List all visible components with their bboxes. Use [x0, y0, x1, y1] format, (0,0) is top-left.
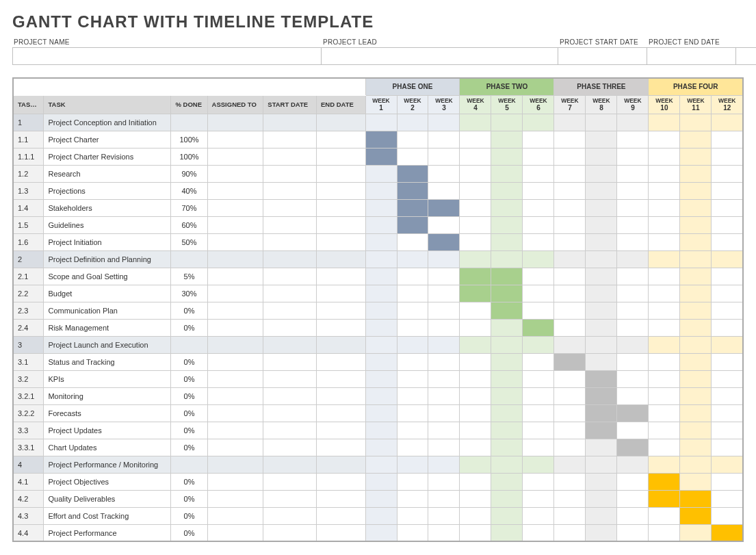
- cell-week-4[interactable]: [460, 182, 491, 199]
- cell-end-date[interactable]: [316, 524, 365, 541]
- cell-pct-done[interactable]: 100%: [171, 148, 207, 165]
- cell-week-2[interactable]: [397, 507, 428, 524]
- cell-week-11[interactable]: [680, 370, 712, 387]
- cell-week-6[interactable]: [523, 387, 554, 404]
- cell-week-8[interactable]: [586, 353, 617, 370]
- cell-assigned-to[interactable]: [207, 302, 263, 319]
- cell-task-id[interactable]: 3.2.1: [13, 387, 44, 404]
- cell-week-1[interactable]: [365, 114, 397, 131]
- cell-end-date[interactable]: [316, 114, 365, 131]
- cell-week-2[interactable]: [397, 336, 428, 353]
- cell-assigned-to[interactable]: [207, 285, 263, 302]
- cell-week-6[interactable]: [523, 353, 554, 370]
- cell-week-4[interactable]: [460, 233, 491, 250]
- cell-task-id[interactable]: 2: [13, 250, 44, 268]
- cell-end-date[interactable]: [316, 507, 365, 524]
- cell-week-6[interactable]: [523, 422, 554, 439]
- cell-week-4[interactable]: [460, 507, 491, 524]
- table-row[interactable]: 3Project Launch and Execution: [13, 336, 743, 353]
- cell-week-5[interactable]: [491, 131, 523, 148]
- cell-task-id[interactable]: 1.1: [13, 131, 44, 148]
- cell-end-date[interactable]: [316, 165, 365, 182]
- cell-week-7[interactable]: [554, 148, 586, 165]
- today-input[interactable]: [736, 47, 756, 65]
- table-row[interactable]: 3.3Project Updates0%: [13, 422, 743, 439]
- cell-week-11[interactable]: [680, 473, 712, 490]
- cell-task-id[interactable]: 4: [13, 456, 44, 473]
- cell-week-2[interactable]: [397, 233, 428, 250]
- table-row[interactable]: 1.5Guidelines60%: [13, 216, 743, 233]
- cell-week-5[interactable]: [491, 439, 523, 456]
- cell-task[interactable]: Forecasts: [44, 404, 171, 422]
- cell-week-11[interactable]: [680, 199, 712, 216]
- cell-week-7[interactable]: [554, 370, 586, 387]
- cell-week-12[interactable]: [712, 216, 743, 233]
- cell-week-11[interactable]: [680, 285, 712, 302]
- table-row[interactable]: 4.1Project Objectives0%: [13, 473, 743, 490]
- cell-week-2[interactable]: [397, 404, 428, 422]
- cell-week-9[interactable]: [617, 165, 649, 182]
- cell-task[interactable]: Projections: [44, 182, 171, 199]
- cell-week-9[interactable]: [617, 387, 649, 404]
- cell-start-date[interactable]: [263, 387, 317, 404]
- cell-week-10[interactable]: [649, 199, 680, 216]
- cell-week-3[interactable]: [428, 404, 460, 422]
- cell-week-9[interactable]: [617, 404, 649, 422]
- cell-week-7[interactable]: [554, 524, 586, 541]
- cell-task[interactable]: Project Objectives: [44, 473, 171, 490]
- cell-week-12[interactable]: [712, 404, 743, 422]
- cell-week-10[interactable]: [649, 439, 680, 456]
- cell-task-id[interactable]: 1.1.1: [13, 148, 44, 165]
- cell-week-7[interactable]: [554, 233, 586, 250]
- table-row[interactable]: 2.4Risk Management0%: [13, 319, 743, 336]
- cell-task-id[interactable]: 1: [13, 114, 44, 131]
- cell-week-7[interactable]: [554, 199, 586, 216]
- cell-week-5[interactable]: [491, 268, 523, 285]
- cell-assigned-to[interactable]: [207, 216, 263, 233]
- cell-week-1[interactable]: [365, 131, 397, 148]
- cell-start-date[interactable]: [263, 114, 317, 131]
- cell-pct-done[interactable]: 0%: [171, 353, 207, 370]
- cell-week-11[interactable]: [680, 524, 712, 541]
- cell-week-3[interactable]: [428, 387, 460, 404]
- cell-week-11[interactable]: [680, 422, 712, 439]
- cell-assigned-to[interactable]: [207, 439, 263, 456]
- cell-assigned-to[interactable]: [207, 114, 263, 131]
- table-row[interactable]: 4.4Project Performance0%: [13, 524, 743, 541]
- cell-task[interactable]: Project Updates: [44, 422, 171, 439]
- cell-week-1[interactable]: [365, 233, 397, 250]
- cell-week-3[interactable]: [428, 319, 460, 336]
- cell-week-7[interactable]: [554, 250, 586, 268]
- cell-week-1[interactable]: [365, 285, 397, 302]
- table-row[interactable]: 1.6Project Initiation50%: [13, 233, 743, 250]
- cell-week-5[interactable]: [491, 370, 523, 387]
- cell-week-11[interactable]: [680, 404, 712, 422]
- cell-week-1[interactable]: [365, 456, 397, 473]
- cell-assigned-to[interactable]: [207, 387, 263, 404]
- cell-week-9[interactable]: [617, 507, 649, 524]
- cell-week-1[interactable]: [365, 439, 397, 456]
- cell-assigned-to[interactable]: [207, 473, 263, 490]
- cell-week-7[interactable]: [554, 182, 586, 199]
- cell-week-1[interactable]: [365, 404, 397, 422]
- cell-week-1[interactable]: [365, 353, 397, 370]
- cell-week-6[interactable]: [523, 319, 554, 336]
- cell-start-date[interactable]: [263, 250, 317, 268]
- cell-week-12[interactable]: [712, 353, 743, 370]
- cell-task-id[interactable]: 1.4: [13, 199, 44, 216]
- cell-task-id[interactable]: 3.2.2: [13, 404, 44, 422]
- cell-week-3[interactable]: [428, 524, 460, 541]
- cell-week-10[interactable]: [649, 456, 680, 473]
- cell-end-date[interactable]: [316, 268, 365, 285]
- cell-pct-done[interactable]: 100%: [171, 131, 207, 148]
- cell-pct-done[interactable]: 50%: [171, 233, 207, 250]
- cell-pct-done[interactable]: 30%: [171, 285, 207, 302]
- cell-week-6[interactable]: [523, 216, 554, 233]
- cell-week-1[interactable]: [365, 490, 397, 507]
- cell-week-3[interactable]: [428, 336, 460, 353]
- cell-week-8[interactable]: [586, 131, 617, 148]
- cell-start-date[interactable]: [263, 422, 317, 439]
- cell-week-10[interactable]: [649, 131, 680, 148]
- cell-week-9[interactable]: [617, 199, 649, 216]
- cell-week-4[interactable]: [460, 370, 491, 387]
